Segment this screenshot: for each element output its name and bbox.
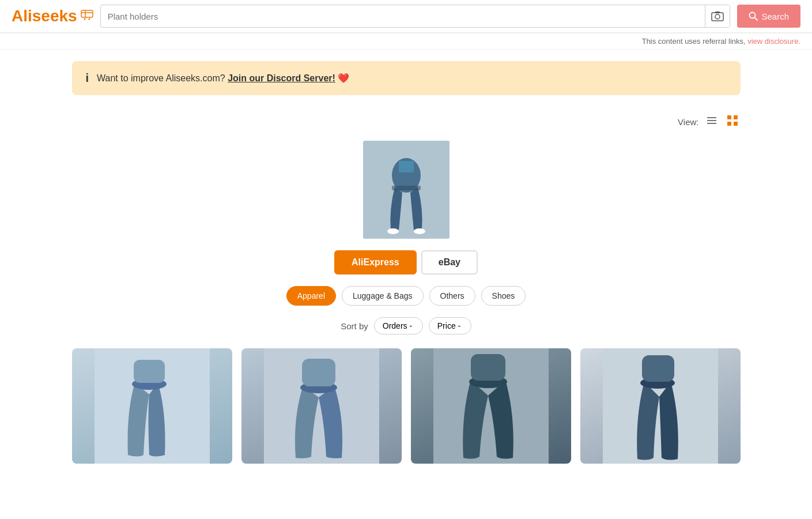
product-leggings-3 <box>433 348 549 464</box>
svg-rect-13 <box>727 115 731 119</box>
banner-text: Want to improve Aliseeks.com? Join our D… <box>97 73 349 84</box>
svg-rect-14 <box>734 115 738 119</box>
discord-link[interactable]: Join our Discord Server! <box>228 73 335 83</box>
product-image <box>580 348 741 464</box>
leggings-silhouette <box>363 141 450 239</box>
logo-icon <box>81 10 93 22</box>
banner-emoji: ❤️ <box>338 73 349 83</box>
product-image <box>241 348 402 464</box>
view-toggle-row: View: <box>72 112 741 131</box>
svg-rect-31 <box>471 354 505 381</box>
main-content: i Want to improve Aliseeks.com? Join our… <box>61 50 752 475</box>
svg-point-6 <box>715 14 720 19</box>
search-icon <box>749 12 758 21</box>
product-leggings-4 <box>603 348 718 464</box>
discord-banner: i Want to improve Aliseeks.com? Join our… <box>72 61 741 95</box>
header: Aliseeks Search <box>0 0 812 33</box>
svg-rect-15 <box>727 122 731 126</box>
product-image <box>72 348 232 464</box>
category-others[interactable]: Others <box>429 286 475 306</box>
svg-point-21 <box>414 228 425 234</box>
sort-orders-select[interactable]: Orders - Orders + <box>374 317 423 334</box>
referral-text: This content uses referral links, <box>642 37 746 46</box>
product-card[interactable] <box>411 348 571 464</box>
svg-rect-7 <box>715 12 720 13</box>
search-input[interactable] <box>101 12 705 21</box>
svg-rect-5 <box>712 13 723 21</box>
svg-rect-16 <box>734 122 738 126</box>
sort-row: Sort by Orders - Orders + Price - Price … <box>72 317 741 334</box>
svg-point-20 <box>387 228 399 234</box>
list-view-button[interactable] <box>704 114 720 130</box>
category-filters: Apparel Luggage & Bags Others Shoes <box>72 286 741 306</box>
svg-rect-25 <box>134 360 165 383</box>
product-grid <box>72 348 741 464</box>
category-apparel[interactable]: Apparel <box>286 286 336 306</box>
view-label: View: <box>678 117 698 127</box>
svg-point-3 <box>84 18 85 20</box>
product-card[interactable] <box>580 348 741 464</box>
svg-rect-0 <box>81 10 93 17</box>
category-shoes[interactable]: Shoes <box>481 286 526 306</box>
product-card[interactable] <box>72 348 232 464</box>
info-icon: i <box>86 72 89 85</box>
search-button-label: Search <box>761 12 789 21</box>
list-view-icon <box>706 116 717 125</box>
product-leggings-2 <box>264 348 379 464</box>
svg-rect-22 <box>399 161 414 172</box>
sort-label: Sort by <box>341 321 368 331</box>
sort-price-select[interactable]: Price - Price + <box>429 317 471 334</box>
search-bar <box>100 5 731 28</box>
ebay-tab[interactable]: eBay <box>421 250 478 274</box>
product-card[interactable] <box>241 348 402 464</box>
aliexpress-tab[interactable]: AliExpress <box>334 250 417 274</box>
product-leggings-1 <box>95 348 210 464</box>
search-button[interactable]: Search <box>737 5 800 28</box>
grid-view-button[interactable] <box>724 112 741 131</box>
referral-link[interactable]: view disclosure. <box>747 37 800 46</box>
referral-notice: This content uses referral links, view d… <box>0 33 812 50</box>
svg-rect-19 <box>392 186 421 190</box>
camera-search-button[interactable] <box>705 5 730 27</box>
grid-view-icon <box>727 115 738 126</box>
svg-line-9 <box>755 18 758 21</box>
logo-text: Aliseeks <box>12 7 77 25</box>
camera-icon <box>711 11 724 21</box>
uploaded-image-container <box>72 141 741 239</box>
svg-rect-34 <box>642 355 674 382</box>
logo[interactable]: Aliseeks <box>12 7 93 25</box>
category-luggage[interactable]: Luggage & Bags <box>342 286 424 306</box>
platform-tabs: AliExpress eBay <box>72 250 741 274</box>
svg-point-4 <box>88 18 90 20</box>
svg-rect-28 <box>302 359 335 386</box>
uploaded-image <box>363 141 450 239</box>
product-image <box>411 348 571 464</box>
